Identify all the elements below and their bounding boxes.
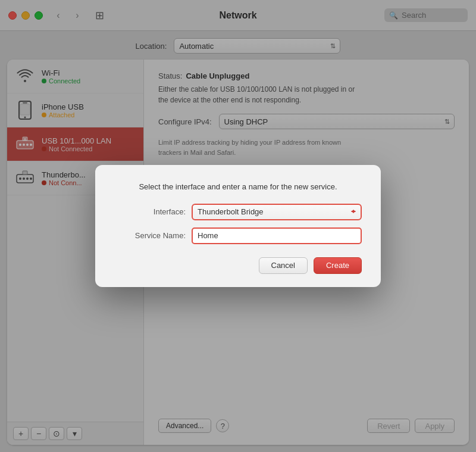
service-name-input[interactable] — [192, 227, 362, 244]
interface-select-wrapper: Thunderbolt Bridge Wi-Fi Ethernet — [192, 204, 362, 220]
modal-overlay: Select the interface and enter a name fo… — [0, 0, 476, 452]
service-name-field: Service Name: — [114, 227, 362, 244]
interface-field: Interface: Thunderbolt Bridge Wi-Fi Ethe… — [114, 204, 362, 220]
interface-label: Interface: — [114, 207, 186, 216]
modal-dialog: Select the interface and enter a name fo… — [95, 165, 381, 286]
create-button[interactable]: Create — [314, 257, 362, 274]
cancel-button[interactable]: Cancel — [259, 257, 308, 274]
modal-buttons: Cancel Create — [114, 257, 362, 274]
modal-form: Interface: Thunderbolt Bridge Wi-Fi Ethe… — [114, 204, 362, 244]
modal-title: Select the interface and enter a name fo… — [114, 182, 362, 192]
service-name-label: Service Name: — [114, 231, 186, 240]
interface-select[interactable]: Thunderbolt Bridge Wi-Fi Ethernet — [192, 204, 362, 220]
